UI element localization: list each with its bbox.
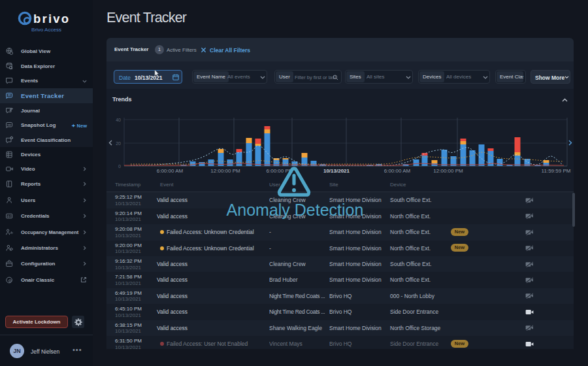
- svg-text:0: 0: [118, 164, 121, 169]
- svg-text:12:00:00 PM: 12:00:00 PM: [210, 168, 240, 174]
- svg-text:40: 40: [116, 118, 121, 122]
- svg-text:11:59:59 PM: 11:59:59 PM: [542, 168, 571, 174]
- svg-text:6:00:00 PM: 6:00:00 PM: [267, 168, 293, 174]
- svg-text:6:00:00 AM: 6:00:00 AM: [384, 168, 411, 174]
- svg-text:6:00:00 AM: 6:00:00 AM: [157, 168, 184, 174]
- svg-text:20: 20: [116, 141, 121, 146]
- svg-text:12:00:00 PM: 12:00:00 PM: [433, 168, 463, 174]
- svg-text:10/13/2021: 10/13/2021: [323, 168, 350, 174]
